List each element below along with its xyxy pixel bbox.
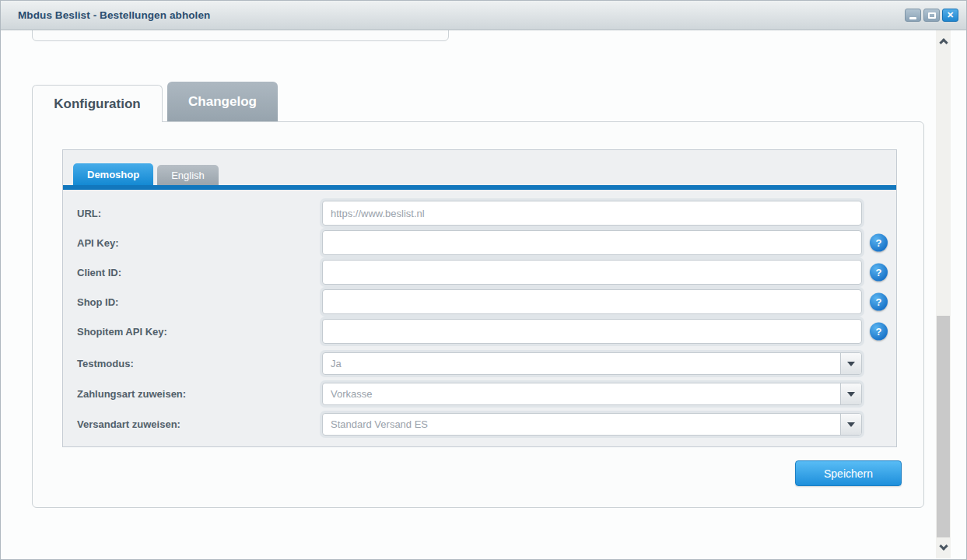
tab-changelog-label: Changelog [188,94,257,110]
shop-id-label: Shop ID: [77,296,322,308]
form-row-url: URL: [77,201,862,226]
help-icon[interactable]: ? [870,264,888,282]
api-key-input[interactable] [322,230,862,255]
shopitem-api-key-input[interactable] [322,319,862,344]
dropdown-arrow-icon [847,362,855,366]
client-id-label: Client ID: [77,267,322,278]
shop-config-panel: Demoshop English URL: API Key: ? [62,149,897,447]
testmodus-select[interactable]: Ja [322,352,862,375]
shopitem-api-key-label: Shopitem API Key: [77,326,322,338]
save-button[interactable]: Speichern [795,460,902,486]
form-row-api-key: API Key: ? [77,230,862,255]
help-icon[interactable]: ? [870,323,888,341]
form-row-shop-id: Shop ID: ? [77,289,862,314]
tab-demoshop[interactable]: Demoshop [73,163,153,185]
minimize-icon [909,17,916,19]
close-button[interactable]: ✕ [942,9,958,22]
tab-konfiguration[interactable]: Konfiguration [32,85,163,122]
client-id-input[interactable] [322,260,862,285]
help-icon[interactable]: ? [870,234,888,252]
form-row-versandart: Versandart zuweisen: Standard Versand ES [77,413,862,436]
zahlungsart-select[interactable]: Vorkasse [322,383,862,405]
tab-english[interactable]: English [157,165,219,185]
testmodus-selected-value: Ja [323,353,840,374]
shop-id-input[interactable] [322,289,862,314]
scroll-down-button[interactable] [936,541,951,556]
dropdown-arrow-icon [847,422,855,427]
url-input[interactable] [322,201,862,226]
titlebar: Mbdus Beslist - Bestellungen abholen ✕ [1,1,966,30]
chevron-up-icon [939,38,948,47]
testmodus-label: Testmodus: [77,358,322,369]
form-row-zahlungsart: Zahlungsart zuweisen: Vorkasse [77,383,862,405]
tab-changelog[interactable]: Changelog [167,82,278,122]
dropdown-trigger[interactable] [840,414,861,435]
scrollbar-thumb[interactable] [937,316,950,537]
form-row-shopitem-api-key: Shopitem API Key: ? [77,319,862,344]
minimize-button[interactable] [905,9,921,22]
versandart-select[interactable]: Standard Versand ES [322,413,862,436]
konfiguration-panel: Demoshop English URL: API Key: ? [32,121,924,508]
config-form: URL: API Key: ? Client ID: ? Sho [77,201,862,443]
shop-tabs: Demoshop English [73,163,219,185]
url-label: URL: [77,208,322,219]
maximize-icon [928,12,936,19]
window-title: Mbdus Beslist - Bestellungen abholen [18,9,210,21]
dropdown-trigger[interactable] [840,383,861,404]
dropdown-arrow-icon [847,392,855,397]
zahlungsart-label: Zahlungsart zuweisen: [77,388,322,400]
vertical-scrollbar[interactable] [936,30,951,558]
chevron-down-icon [939,542,948,551]
versandart-selected-value: Standard Versand ES [323,414,840,435]
window-controls: ✕ [905,9,958,22]
tab-strip-underline [63,185,896,190]
maximize-button[interactable] [923,9,940,22]
close-icon: ✕ [947,11,954,19]
plugin-config-window: Mbdus Beslist - Bestellungen abholen ✕ C… [0,0,967,560]
tab-konfiguration-label: Konfiguration [54,96,140,112]
versandart-label: Versandart zuweisen: [77,418,322,430]
api-key-label: API Key: [77,237,322,249]
window-content: Changelog Konfiguration Demoshop English… [2,30,965,558]
zahlungsart-selected-value: Vorkasse [323,383,840,404]
scrolled-panel-remnant [32,30,449,41]
form-row-client-id: Client ID: ? [77,260,862,285]
form-row-testmodus: Testmodus: Ja [77,352,862,375]
help-icon[interactable]: ? [870,293,888,311]
scroll-up-button[interactable] [936,33,951,48]
dropdown-trigger[interactable] [840,353,861,374]
